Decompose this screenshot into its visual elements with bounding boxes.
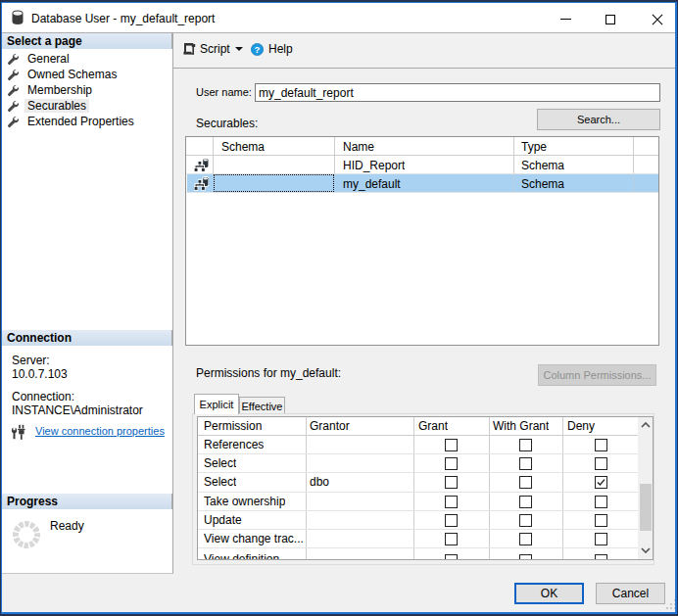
svg-text:?: ? [255,44,261,55]
